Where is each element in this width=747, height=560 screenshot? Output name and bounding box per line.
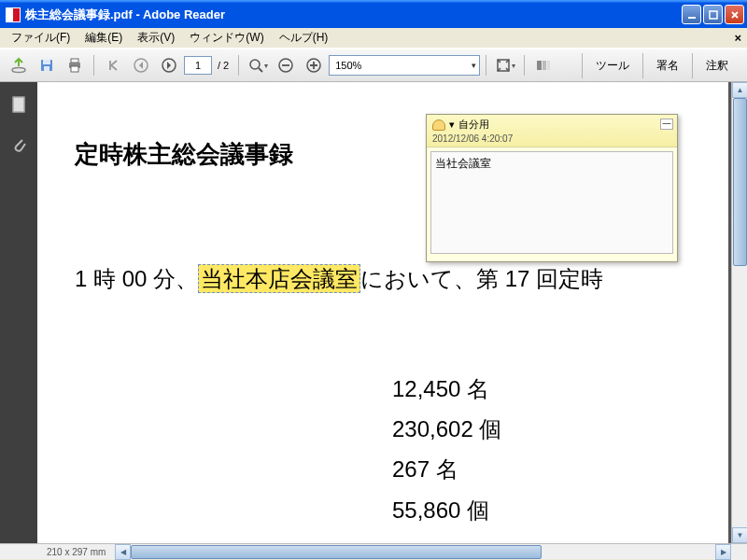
window-maximize-button[interactable] xyxy=(703,5,723,24)
thumbnails-panel-button[interactable] xyxy=(6,91,32,118)
zoom-out-button[interactable] xyxy=(273,52,299,78)
window-minimize-button[interactable] xyxy=(682,5,701,24)
sign-panel-button[interactable]: 署名 xyxy=(642,53,692,78)
window-titlebar: 株主総会議事録.pdf - Adobe Reader xyxy=(0,0,747,28)
comment-icon xyxy=(432,119,445,131)
read-mode-button[interactable]: ▾ xyxy=(492,52,518,78)
comment-textarea[interactable] xyxy=(430,151,673,254)
previous-page-button[interactable] xyxy=(128,52,154,78)
horizontal-scroll-thumb[interactable] xyxy=(131,545,542,559)
page-total-label: / 2 xyxy=(218,60,229,71)
tools-panel-button[interactable]: ツール xyxy=(582,53,642,78)
scroll-right-arrow[interactable]: ▶ xyxy=(715,544,731,560)
scrollbar-corner xyxy=(731,544,747,560)
svg-rect-15 xyxy=(537,61,542,70)
save-button[interactable] xyxy=(34,52,60,78)
navigation-sidebar xyxy=(0,82,37,543)
comment-author-label: 自分用 xyxy=(458,118,489,132)
comment-popup[interactable]: ▾ 自分用 2012/12/06 4:20:07 — xyxy=(426,114,678,262)
print-button[interactable] xyxy=(62,52,88,78)
svg-rect-17 xyxy=(547,61,550,70)
svg-rect-18 xyxy=(13,97,24,112)
vertical-scroll-thumb[interactable] xyxy=(733,98,747,266)
svg-rect-4 xyxy=(43,60,50,64)
highlighted-text[interactable]: 当社本店会議室 xyxy=(198,264,360,293)
svg-rect-16 xyxy=(543,61,546,70)
attachments-panel-button[interactable] xyxy=(6,131,32,157)
zoom-marquee-button[interactable]: ▾ xyxy=(245,52,271,78)
scroll-up-arrow[interactable]: ▲ xyxy=(732,82,747,98)
page-number-input[interactable] xyxy=(184,56,212,75)
zoom-in-button[interactable] xyxy=(301,52,327,78)
svg-rect-6 xyxy=(71,59,78,63)
horizontal-scrollbar[interactable]: ◀ ▶ xyxy=(115,544,731,559)
first-page-button[interactable] xyxy=(100,52,126,78)
zoom-level-select[interactable] xyxy=(329,55,480,76)
menu-bar: ファイル(F) 編集(E) 表示(V) ウィンドウ(W) ヘルプ(H) × xyxy=(0,28,747,49)
adobe-reader-icon xyxy=(6,7,21,22)
svg-point-2 xyxy=(12,68,25,73)
next-page-button[interactable] xyxy=(156,52,182,78)
menu-view[interactable]: 表示(V) xyxy=(130,28,182,48)
svg-rect-5 xyxy=(44,66,49,71)
svg-point-11 xyxy=(250,60,260,69)
page-dimensions-label: 210 x 297 mm xyxy=(37,547,115,557)
menu-edit[interactable]: 編集(E) xyxy=(78,28,130,48)
stat-row: 230,602 個 xyxy=(392,409,728,449)
comment-minimize-button[interactable]: — xyxy=(660,119,673,130)
vertical-scrollbar[interactable]: ▲ ▼ xyxy=(731,82,747,543)
scroll-left-arrow[interactable]: ◀ xyxy=(115,544,131,560)
document-close-button[interactable]: × xyxy=(734,31,741,45)
window-title: 株主総会議事録.pdf - Adobe Reader xyxy=(25,7,682,23)
comment-timestamp: 2012/12/06 4:20:07 xyxy=(432,133,671,144)
text-after-highlight: において、第 17 回定時 xyxy=(360,266,603,291)
svg-rect-0 xyxy=(688,17,696,19)
stat-row: 55,860 個 xyxy=(392,490,728,530)
scroll-down-arrow[interactable]: ▼ xyxy=(732,527,747,543)
stat-row: 12,450 名 xyxy=(392,369,728,409)
menu-window[interactable]: ウィンドウ(W) xyxy=(182,28,271,48)
svg-rect-1 xyxy=(710,11,717,19)
text-before-highlight: 1 時 00 分、 xyxy=(75,266,198,291)
comment-options-glyph[interactable]: ▾ xyxy=(449,119,455,131)
comment-panel-button[interactable]: 注釈 xyxy=(692,53,741,78)
horizontal-scrollbar-area: 210 x 297 mm ◀ ▶ xyxy=(0,543,747,559)
scroll-mode-button[interactable] xyxy=(530,52,557,78)
svg-rect-8 xyxy=(71,66,78,72)
menu-help[interactable]: ヘルプ(H) xyxy=(272,28,336,48)
document-body-line: 1 時 00 分、当社本店会議室において、第 17 回定時 xyxy=(75,264,728,294)
stat-row: 267 名 xyxy=(392,449,728,489)
toolbar: / 2 ▾ ▾ ツール 署名 注釈 xyxy=(0,49,747,82)
menu-file[interactable]: ファイル(F) xyxy=(4,28,78,48)
comment-popup-header[interactable]: ▾ 自分用 2012/12/06 4:20:07 — xyxy=(427,115,677,147)
document-stats: 12,450 名 230,602 個 267 名 55,860 個 xyxy=(392,369,728,530)
export-pdf-button[interactable] xyxy=(6,52,32,78)
window-close-button[interactable] xyxy=(725,5,744,24)
